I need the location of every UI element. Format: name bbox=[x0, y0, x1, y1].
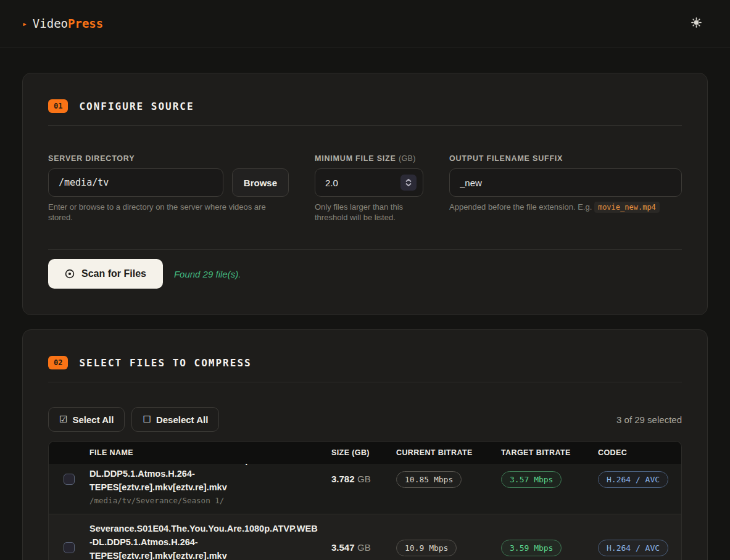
select-stepper-icon bbox=[400, 175, 417, 191]
logo-text: VideoPress bbox=[33, 17, 103, 30]
header-current-bitrate: CURRENT BITRATE bbox=[396, 448, 501, 457]
files-table-header: FILE NAME SIZE (GB) CURRENT BITRATE TARG… bbox=[49, 442, 681, 464]
scan-divider bbox=[48, 249, 682, 250]
server-directory-help: Enter or browse to a directory on the se… bbox=[48, 202, 270, 223]
select-all-label: Select All bbox=[72, 414, 114, 425]
codec-badge: H.264 / AVC bbox=[598, 471, 668, 488]
file-size: 3.547 GB bbox=[331, 542, 396, 553]
table-row: Severance.S01E04.The.You.You.Are.1080p.A… bbox=[49, 514, 681, 560]
scan-status-text: Found 29 file(s). bbox=[174, 269, 241, 279]
select-all-button[interactable]: ☑ Select All bbox=[48, 407, 125, 432]
server-directory-field-group: SERVER DIRECTORY Browse Enter or browse … bbox=[48, 154, 289, 223]
output-suffix-field-group: OUTPUT FILENAME SUFFIX Appended before t… bbox=[449, 154, 682, 223]
file-size-unit: GB bbox=[357, 542, 371, 553]
app-logo: ▸ VideoPress bbox=[22, 17, 103, 30]
min-file-size-unit: (GB) bbox=[399, 154, 416, 163]
current-bitrate-badge: 10.9 Mbps bbox=[396, 540, 457, 556]
header-file-name: FILE NAME bbox=[89, 448, 331, 457]
logo-text-press: Press bbox=[68, 17, 103, 30]
selection-toolbar: ☑ Select All ☐ Deselect All 3 of 29 sele… bbox=[48, 407, 682, 432]
deselect-all-button[interactable]: ☐ Deselect All bbox=[131, 407, 219, 432]
min-file-size-select[interactable]: 2.0 bbox=[315, 168, 423, 197]
source-form: SERVER DIRECTORY Browse Enter or browse … bbox=[48, 154, 682, 223]
scan-for-files-button[interactable]: Scan for Files bbox=[48, 259, 163, 289]
files-table: FILE NAME SIZE (GB) CURRENT BITRATE TARG… bbox=[48, 441, 682, 560]
min-file-size-label-text: MINIMUM FILE SIZE bbox=[315, 154, 396, 163]
checked-box-icon: ☑ bbox=[59, 414, 67, 425]
configure-source-card: 01 CONFIGURE SOURCE SERVER DIRECTORY Bro… bbox=[22, 73, 708, 315]
file-size: 3.782 GB bbox=[331, 474, 396, 485]
min-file-size-field-group: MINIMUM FILE SIZE (GB) 2.0 Only files la… bbox=[315, 154, 423, 223]
header-size: SIZE (GB) bbox=[331, 448, 396, 457]
target-bitrate-badge: 3.59 Mbps bbox=[501, 540, 562, 556]
target-bitrate-badge: 3.57 Mbps bbox=[501, 471, 562, 488]
select-files-header: 02 SELECT FILES TO COMPRESS bbox=[48, 356, 682, 369]
output-suffix-input[interactable] bbox=[449, 168, 682, 197]
sun-icon bbox=[691, 17, 702, 30]
file-name: Severance.S01E04.The.You.You.Are.1080p.A… bbox=[89, 522, 318, 560]
selection-summary: 3 of 29 selected bbox=[616, 414, 682, 425]
file-path: /media/tv/Severance/Season 1/ bbox=[89, 496, 318, 505]
server-directory-label: SERVER DIRECTORY bbox=[48, 154, 289, 163]
output-suffix-example-chip: movie_new.mp4 bbox=[594, 202, 660, 213]
min-file-size-value: 2.0 bbox=[325, 178, 338, 188]
scan-target-icon bbox=[65, 269, 75, 279]
select-files-card: 02 SELECT FILES TO COMPRESS ☑ Select All… bbox=[22, 329, 708, 560]
scan-row: Scan for Files Found 29 file(s). bbox=[48, 259, 682, 289]
configure-source-title: CONFIGURE SOURCE bbox=[79, 101, 194, 112]
browse-button[interactable]: Browse bbox=[232, 168, 289, 197]
output-suffix-label: OUTPUT FILENAME SUFFIX bbox=[449, 154, 682, 163]
file-checkbox[interactable] bbox=[64, 474, 75, 485]
logo-text-video: Video bbox=[33, 17, 68, 30]
scan-for-files-label: Scan for Files bbox=[81, 268, 146, 279]
output-suffix-help-text: Appended before the file extension. E.g. bbox=[449, 202, 592, 212]
server-directory-input[interactable] bbox=[48, 168, 223, 197]
output-suffix-help: Appended before the file extension. E.g.… bbox=[449, 202, 671, 213]
file-size-value: 3.782 bbox=[331, 474, 355, 484]
min-file-size-label: MINIMUM FILE SIZE (GB) bbox=[315, 154, 423, 163]
header-target-bitrate: TARGET BITRATE bbox=[501, 448, 598, 457]
codec-badge: H.264 / AVC bbox=[598, 540, 668, 556]
unchecked-box-icon: ☐ bbox=[143, 414, 151, 425]
file-size-unit: GB bbox=[357, 474, 371, 484]
theme-toggle-button[interactable] bbox=[687, 14, 705, 33]
file-checkbox[interactable] bbox=[64, 542, 75, 553]
current-bitrate-badge: 10.85 Mbps bbox=[396, 471, 462, 488]
top-bar: ▸ VideoPress bbox=[0, 0, 730, 47]
deselect-all-label: Deselect All bbox=[156, 414, 209, 425]
file-size-value: 3.547 bbox=[331, 542, 355, 553]
min-file-size-help: Only files larger than this threshold wi… bbox=[315, 202, 423, 223]
step-badge-01: 01 bbox=[48, 99, 68, 113]
select-files-title: SELECT FILES TO COMPRESS bbox=[79, 357, 251, 369]
logo-arrow-icon: ▸ bbox=[22, 20, 27, 28]
header-codec: CODEC bbox=[598, 448, 681, 457]
configure-source-header: 01 CONFIGURE SOURCE bbox=[48, 99, 682, 113]
step-badge-02: 02 bbox=[48, 356, 68, 369]
section-divider-2 bbox=[48, 382, 682, 382]
section-divider bbox=[48, 125, 682, 126]
